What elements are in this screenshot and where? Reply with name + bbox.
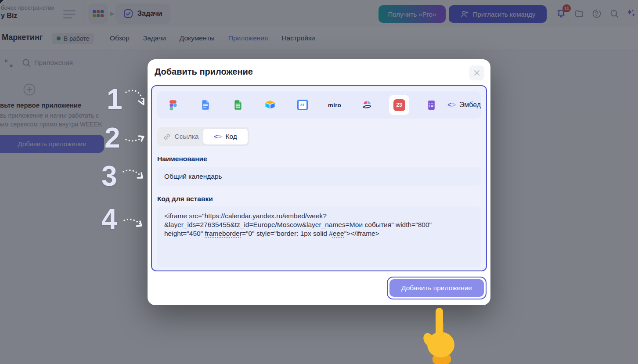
- miro-wordmark: miro: [328, 102, 341, 108]
- app-icon-yandex-forms[interactable]: [415, 100, 447, 111]
- code-brackets-icon: <>: [447, 101, 456, 109]
- embed-label: Эмбед: [459, 101, 481, 109]
- code-line-1: <iframe src="https://calendar.yandex.ru/…: [164, 212, 474, 220]
- app-icon-embed[interactable]: <> Эмбед: [447, 101, 481, 109]
- step-number-2: 2: [105, 124, 120, 152]
- submit-focus-ring: Добавить приложение: [387, 277, 487, 299]
- app-icon-miro[interactable]: miro: [318, 102, 350, 108]
- arrow-to-name-input: [122, 167, 146, 182]
- name-field-label: Наименование: [157, 155, 481, 163]
- google-calendar-date: 31: [297, 100, 308, 110]
- source-type-toggle: Ссылка <> Код: [157, 127, 249, 146]
- add-application-modal: Добавить приложение 31: [148, 59, 490, 305]
- step-number-1: 1: [107, 85, 123, 113]
- app-icon-whiteboard-shapes[interactable]: [351, 99, 383, 111]
- code-line-2: &layer_ids=27635455&tz_id=Europe/Moscow&…: [164, 220, 474, 229]
- step-number-4: 4: [101, 205, 117, 233]
- code-line-3: height="450" frameborder="0" style="bord…: [164, 229, 474, 238]
- add-application-submit-button[interactable]: Добавить приложение: [389, 279, 484, 297]
- app-window: бочее пространство y Biz ▶ Задачи Получи…: [0, 0, 638, 364]
- toggle-code-label: Код: [225, 133, 237, 141]
- name-input[interactable]: Общий календарь: [157, 167, 481, 186]
- close-button[interactable]: [469, 65, 484, 80]
- toggle-link-option[interactable]: Ссылка: [159, 128, 203, 145]
- app-icon-airtable[interactable]: [254, 99, 286, 111]
- toggle-link-label: Ссылка: [175, 133, 199, 141]
- code-field-label: Код для вставки: [157, 195, 481, 203]
- close-icon: [475, 71, 479, 75]
- app-form-section: 31 miro 23 <> Эмбед: [151, 85, 487, 271]
- arrow-to-code-area: [123, 216, 145, 231]
- yandex-calendar-date: 23: [393, 99, 405, 111]
- arrow-to-app-picker: [124, 88, 148, 110]
- app-icon-google-sheets[interactable]: [222, 99, 254, 111]
- app-icon-google-docs[interactable]: [189, 99, 221, 111]
- toggle-code-option[interactable]: <> Код: [203, 128, 248, 145]
- app-icon-yandex-calendar[interactable]: 23: [383, 95, 415, 115]
- link-icon: [163, 133, 171, 141]
- selected-app-highlight: 23: [389, 95, 409, 115]
- modal-title: Добавить приложение: [155, 67, 253, 77]
- embed-code-textarea[interactable]: <iframe src="https://calendar.yandex.ru/…: [157, 206, 481, 267]
- arrow-to-source-toggle: [124, 131, 147, 145]
- app-picker-row: 31 miro 23 <> Эмбед: [157, 91, 481, 119]
- code-icon: <>: [214, 133, 222, 141]
- app-icon-google-calendar[interactable]: 31: [286, 100, 318, 110]
- pointing-finger-cursor: [416, 306, 461, 364]
- app-icon-figma[interactable]: [157, 99, 189, 111]
- step-number-3: 3: [101, 162, 117, 190]
